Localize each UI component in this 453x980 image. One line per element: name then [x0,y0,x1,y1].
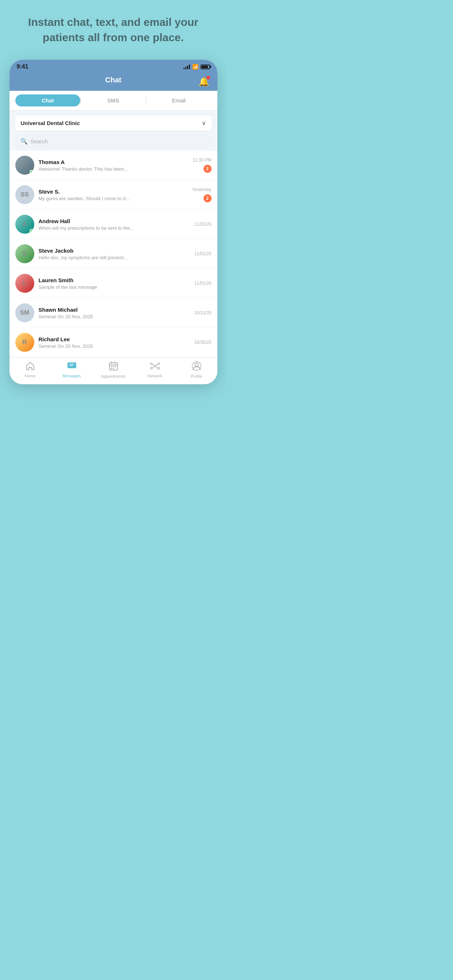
chat-time-thomas: 11:30 PM [193,158,211,162]
chat-item-thomas[interactable]: T Thomas A Awesome! Thanks doctor. This … [10,151,217,180]
nav-item-appointments[interactable]: Appointments [99,361,128,379]
notification-button[interactable]: 🔔 [197,75,211,89]
app-header: Chat 🔔 [10,72,217,91]
avatar-andrew: A [15,215,34,234]
nav-label-profile: Profile [191,374,202,379]
nav-label-appointments: Appointments [101,374,126,379]
avatar-steve-s: SS [15,185,34,204]
chat-item-lauren[interactable]: L Lauren Smith Sample of the last messag… [10,269,217,298]
chat-time-lauren: 11/01/20 [195,281,212,286]
chat-preview-shawn: Seminar On 20 Nov, 2020 [39,314,190,320]
wifi-icon: 📶 [192,64,198,70]
chat-name-shawn: Shawn Michael [39,307,190,313]
chat-list: T Thomas A Awesome! Thanks doctor. This … [10,151,217,357]
chat-meta-jackob: 11/01/20 [195,251,212,256]
chat-preview-jackob: Hello doc, my symptoms are still present… [39,255,190,260]
nav-item-home[interactable]: Home [16,362,45,378]
tab-bar: Chat SMS Email [10,91,217,110]
search-placeholder: Search [30,138,48,145]
chat-item-jackob[interactable]: S Steve Jackob Hello doc, my symptoms ar… [10,239,217,269]
chat-meta-lauren: 11/01/20 [195,281,212,286]
svg-point-11 [158,368,160,369]
avatar-thomas: T [15,156,34,175]
chat-content-shawn: Shawn Michael Seminar On 20 Nov, 2020 [39,307,190,320]
svg-line-12 [152,364,154,366]
status-icons: 📶 [183,64,210,70]
svg-line-14 [152,366,154,368]
svg-rect-5 [111,368,112,369]
profile-icon [192,361,201,373]
nav-item-messages[interactable]: Messages [57,362,86,378]
tab-email[interactable]: Email [146,94,212,107]
network-icon [150,362,160,372]
hero-text: Instant chat, text, and email your patie… [0,0,226,56]
home-icon [26,362,35,372]
svg-rect-2 [111,366,112,367]
chat-content-lauren: Lauren Smith Sample of the last message [39,277,190,290]
notification-badge [206,76,210,80]
status-bar: 9:41 📶 [10,60,217,72]
chat-name-richard: Richard Lee [39,336,190,342]
chat-meta-richard: 10/30/20 [195,340,212,345]
online-indicator [30,170,33,174]
chat-preview-steve-s: My gums are swollen. Should I come to cl… [39,196,188,201]
appointments-icon [109,361,118,373]
nav-item-network[interactable]: Network [140,362,170,378]
chat-content-richard: Richard Lee Seminar On 20 Nov, 2020 [39,336,190,349]
chevron-down-icon: ∨ [202,119,206,127]
chat-time-shawn: 10/31/20 [195,310,212,315]
bottom-nav: Home Messages [10,357,217,384]
header-title: Chat [105,76,121,84]
messages-icon [67,362,77,372]
clinic-name: Universal Dental Clinic [21,120,80,126]
chat-meta-steve-s: Yesterday 2 [192,187,212,202]
chat-name-andrew: Andrew Hall [39,218,190,224]
svg-point-7 [154,365,156,367]
tab-sms[interactable]: SMS [81,94,146,107]
clinic-selector[interactable]: Universal Dental Clinic ∨ [14,115,212,131]
svg-rect-3 [113,366,114,367]
bell-icon: 🔔 [198,76,209,87]
chat-preview-lauren: Sample of the last message [39,285,190,290]
chat-item-shawn[interactable]: SM Shawn Michael Seminar On 20 Nov, 2020… [10,298,217,328]
chat-preview-thomas: Awesome! Thanks doctor. This has been... [39,166,188,172]
avatar-richard: R [15,333,34,352]
nav-label-messages: Messages [62,374,81,378]
chat-name-jackob: Steve Jackob [39,248,190,254]
battery-icon [201,65,210,69]
unread-badge-steve-s: 2 [204,194,212,202]
chat-item-richard[interactable]: R Richard Lee Seminar On 20 Nov, 2020 10… [10,328,217,357]
nav-item-profile[interactable]: Profile [182,361,211,379]
online-indicator-andrew [30,229,33,233]
chat-time-andrew: 11/02/20 [195,222,212,227]
tab-chat[interactable]: Chat [15,94,81,107]
chat-name-lauren: Lauren Smith [39,277,190,283]
svg-point-9 [158,363,160,365]
search-icon: 🔍 [21,138,28,145]
status-time: 9:41 [17,64,29,70]
chat-content-andrew: Andrew Hall When will my prescriptions t… [39,218,190,231]
svg-point-8 [150,363,152,365]
search-bar[interactable]: 🔍 Search [14,134,212,148]
chat-content-thomas: Thomas A Awesome! Thanks doctor. This ha… [39,159,188,172]
chat-preview-andrew: When will my prescriptions to be sent to… [39,225,190,231]
nav-label-home: Home [25,374,35,378]
chat-item-steve-s[interactable]: SS Steve S. My gums are swollen. Should … [10,180,217,210]
svg-rect-0 [67,363,76,368]
chat-content-jackob: Steve Jackob Hello doc, my symptoms are … [39,248,190,260]
nav-label-network: Network [147,374,162,378]
svg-rect-6 [113,368,114,369]
svg-point-10 [150,368,152,369]
signal-icon [183,64,190,69]
chat-meta-andrew: 11/02/20 [195,222,212,227]
chat-name-steve-s: Steve S. [39,188,188,195]
chat-content-steve-s: Steve S. My gums are swollen. Should I c… [39,188,188,201]
unread-badge-thomas: 2 [204,165,212,173]
phone-mockup: 9:41 📶 Chat 🔔 Chat SMS [10,60,217,384]
chat-meta-shawn: 10/31/20 [195,310,212,315]
chat-name-thomas: Thomas A [39,159,188,165]
chat-item-andrew[interactable]: A Andrew Hall When will my prescriptions… [10,210,217,239]
avatar-jackob: S [15,244,34,263]
chat-time-richard: 10/30/20 [195,340,212,345]
avatar-shawn: SM [15,303,34,322]
